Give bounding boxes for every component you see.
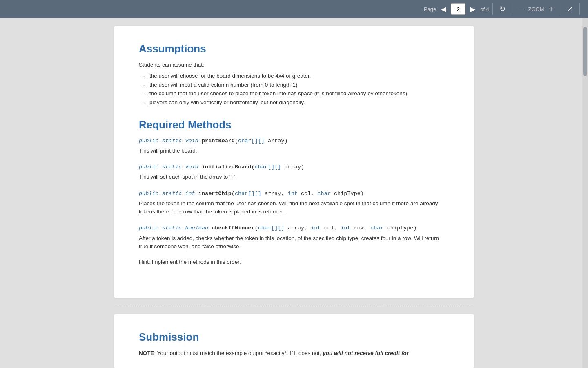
method-desc-insertchip: Places the token in the column that the … <box>139 200 449 216</box>
method-name-checkifwinner: checkIfWinner( <box>212 225 258 231</box>
list-item: the user will input a valid column numbe… <box>143 81 449 90</box>
total-pages-label: of 4 <box>480 6 489 12</box>
params-col: col, <box>298 191 318 197</box>
list-item: players can only win vertically or horiz… <box>143 98 449 107</box>
method-initializeboard: public static void initializeBoard(char[… <box>139 163 449 182</box>
method-desc-printboard: This will print the board. <box>139 147 449 155</box>
method-printboard: public static void printBoard(char[][] a… <box>139 137 449 155</box>
submission-heading: Submission <box>139 331 449 343</box>
params-rest2: array) <box>281 164 304 170</box>
method-checkifwinner: public static boolean checkIfWinner(char… <box>139 224 449 251</box>
next-page-button[interactable]: ▶ <box>468 4 478 15</box>
params-rest3: array, <box>261 191 288 197</box>
page-2-card: Assumptions Students can assume that: th… <box>114 26 474 298</box>
params-rest4: array, <box>285 225 311 231</box>
params-rest: array) <box>265 138 288 144</box>
type-char-array: char[][] <box>238 138 265 144</box>
method-desc-checkifwinner: After a token is added, checks whether t… <box>139 234 449 251</box>
method-signature-checkifwinner: public static boolean checkIfWinner(char… <box>139 224 449 232</box>
assumptions-list: the user will choose for the board dimen… <box>143 72 449 107</box>
required-methods-heading: Required Methods <box>139 119 449 131</box>
hint-text: Hint: Implement the methods in this orde… <box>139 259 449 265</box>
page-3-card: Submission NOTE: Your output must match … <box>114 314 474 368</box>
type-char2: char <box>370 225 383 231</box>
fullscreen-button[interactable]: ⤢ <box>564 3 576 15</box>
type-int2: int <box>311 225 321 231</box>
keyword-public2: public static void <box>139 164 198 170</box>
page-divider <box>114 306 474 306</box>
zoom-out-button[interactable]: − <box>516 3 527 15</box>
assumptions-section: Assumptions Students can assume that: th… <box>139 43 449 107</box>
method-insertchip: public static int insertChip(char[][] ar… <box>139 190 449 216</box>
keyword-public: public static void <box>139 138 198 144</box>
divider-4 <box>579 3 580 15</box>
params-row: row, <box>351 225 371 231</box>
params-chiptype: chipType) <box>331 191 364 197</box>
type-int1: int <box>288 191 298 197</box>
divider-2 <box>512 3 512 15</box>
prev-page-button[interactable]: ◀ <box>439 4 448 15</box>
type-char-array4: char[][] <box>258 225 285 231</box>
type-char-array3: char[][] <box>235 191 261 197</box>
page-number-input[interactable] <box>451 3 466 15</box>
note-text: : Your output must match the example out… <box>154 350 323 356</box>
type-char-array2: char[][] <box>255 164 281 170</box>
method-desc-initializeboard: This will set each spot in the array to … <box>139 173 449 181</box>
note-bold-italic: you will not receive full credit for <box>323 350 409 356</box>
assumptions-intro: Students can assume that: <box>139 61 449 69</box>
note-label: NOTE <box>139 350 154 356</box>
reset-button[interactable]: ↻ <box>496 3 509 15</box>
assumptions-heading: Assumptions <box>139 43 449 55</box>
params-col2: col, <box>321 225 341 231</box>
list-item: the column that the user choses to place… <box>143 89 449 98</box>
scrollbar[interactable] <box>582 18 588 368</box>
type-int3: int <box>341 225 350 231</box>
keyword-public3: public static int <box>139 191 195 197</box>
method-name-printboard: printBoard( <box>202 138 238 144</box>
keyword-public4: public static boolean <box>139 225 208 231</box>
method-signature-insertchip: public static int insertChip(char[][] ar… <box>139 190 449 198</box>
method-signature-printboard: public static void printBoard(char[][] a… <box>139 137 449 145</box>
method-name-insertchip: insertChip( <box>198 191 235 197</box>
list-item: the user will choose for the board dimen… <box>143 72 449 81</box>
zoom-in-button[interactable]: + <box>546 3 557 15</box>
divider-1 <box>492 3 493 15</box>
params-chiptype2: chipType) <box>384 225 417 231</box>
submission-note: NOTE: Your output must match the example… <box>139 349 449 357</box>
main-content: Assumptions Students can assume that: th… <box>0 18 588 368</box>
page-label: Page <box>424 6 436 12</box>
toolbar: Page ◀ ▶ of 4 ↻ − ZOOM + ⤢ <box>0 0 588 18</box>
method-name-initializeboard: initializeBoard( <box>202 164 255 170</box>
pagination-group: Page ◀ ▶ of 4 <box>424 3 489 15</box>
zoom-label: ZOOM <box>526 6 546 12</box>
type-char1: char <box>318 191 331 197</box>
scrollbar-thumb[interactable] <box>583 27 587 76</box>
method-signature-initializeboard: public static void initializeBoard(char[… <box>139 163 449 171</box>
divider-3 <box>560 3 560 15</box>
required-methods-section: Required Methods public static void prin… <box>139 119 449 265</box>
